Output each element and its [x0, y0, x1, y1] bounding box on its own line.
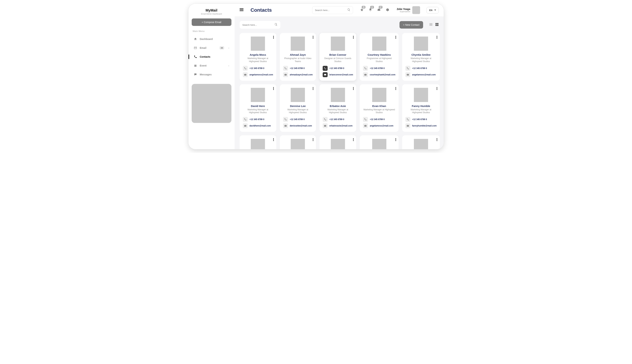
contact-email-row[interactable]: angelamoss@mail.com: [405, 72, 437, 77]
list-view-icon[interactable]: [429, 23, 433, 27]
contact-name: Ahmad Zayn: [290, 53, 306, 56]
envelope-icon: [363, 72, 368, 77]
content-search-input[interactable]: [242, 24, 274, 26]
contact-card[interactable]: [319, 135, 356, 149]
phone-icon: [283, 117, 288, 122]
contact-card[interactable]: David Here Marketing Manager at Highspee…: [240, 84, 276, 132]
settings-icon[interactable]: [386, 8, 389, 12]
grid-view-icon[interactable]: [435, 23, 439, 27]
contact-email-row[interactable]: angelamoss@mail.com: [243, 72, 273, 77]
svg-point-55: [313, 140, 313, 141]
menu-section-label: Main Menu: [192, 30, 231, 32]
card-menu-icon[interactable]: [437, 87, 437, 91]
sidebar-item-event[interactable]: Event ›: [192, 62, 231, 70]
user-profile[interactable]: Zeke Yeaga Superadmin: [397, 6, 420, 14]
user-avatar: [412, 6, 420, 14]
contact-email-row[interactable]: brianconnor@mail.com: [323, 72, 353, 77]
search-icon[interactable]: [347, 8, 350, 12]
contact-phone: +12 345 6789 0: [329, 67, 344, 70]
contact-email-row[interactable]: fannyhumble@mail.com: [405, 123, 437, 128]
contact-avatar: [414, 36, 428, 51]
contact-card[interactable]: [402, 135, 440, 149]
svg-rect-1: [240, 10, 244, 10]
contact-phone-row[interactable]: +12 345 6789 0: [405, 117, 437, 122]
notifications-icon[interactable]: 12: [369, 8, 372, 12]
card-menu-icon[interactable]: [395, 36, 396, 40]
phone-icon: [323, 66, 328, 71]
card-menu-icon[interactable]: [395, 87, 396, 91]
card-menu-icon[interactable]: [395, 138, 396, 142]
svg-point-38: [353, 87, 354, 88]
contact-phone-row[interactable]: +12 345 6789 0: [283, 117, 313, 122]
contact-card[interactable]: Brian Connor Designer at Crimzon Guards …: [319, 33, 356, 81]
inbox-icon[interactable]: 67: [377, 8, 381, 12]
svg-point-51: [273, 139, 274, 140]
contact-card[interactable]: Angela Moss Marketing Manager at Highspe…: [240, 33, 276, 81]
contact-phone-row[interactable]: +12 345 6789 0: [243, 66, 273, 71]
sidebar-item-email[interactable]: Email 38 ›: [192, 44, 231, 52]
sidebar-item-dashboard[interactable]: Dashboard: [192, 35, 231, 43]
sidebar-nav: Dashboard Email 38 › Contacts Event ›: [192, 35, 231, 78]
card-menu-icon[interactable]: [313, 87, 313, 91]
contact-card[interactable]: [240, 135, 276, 149]
card-menu-icon[interactable]: [353, 138, 354, 142]
contact-email-row[interactable]: erbatovaxie@mail.com: [323, 123, 353, 128]
contact-phone-row[interactable]: +12 345 6789 0: [243, 117, 273, 122]
contact-phone: +12 345 6789 0: [370, 118, 385, 120]
card-menu-icon[interactable]: [437, 138, 437, 142]
sidebar-item-contacts[interactable]: Contacts: [192, 53, 231, 61]
sidebar-item-messages[interactable]: Messages: [192, 70, 231, 78]
compose-button[interactable]: + Compose Email: [192, 18, 231, 26]
contact-phone-row[interactable]: +12 345 6789 0: [323, 66, 353, 71]
favorites-icon[interactable]: 38: [360, 8, 364, 12]
contact-email-row[interactable]: ahmadzayn@mail.com: [283, 72, 313, 77]
card-menu-icon[interactable]: [353, 87, 354, 91]
menu-toggle-icon[interactable]: [240, 8, 244, 12]
contact-phone-row[interactable]: +12 345 6789 0: [323, 117, 353, 122]
content-search[interactable]: [240, 21, 280, 29]
language-selector[interactable]: EN: [426, 7, 439, 14]
contact-card[interactable]: Fanny Humble Marketing Manager at Highsp…: [402, 84, 440, 132]
contact-email: davidhere@mail.com: [250, 124, 271, 127]
card-menu-icon[interactable]: [273, 87, 274, 91]
card-menu-icon[interactable]: [353, 36, 354, 40]
contact-phone: +12 345 6789 0: [290, 67, 305, 70]
card-menu-icon[interactable]: [273, 36, 274, 40]
contact-email-row[interactable]: courtneyhawk@mail.com: [363, 72, 395, 77]
contact-card[interactable]: Chyntia Smilee Marketing Manager at High…: [402, 33, 440, 81]
new-contact-button[interactable]: + New Contact: [399, 21, 423, 28]
page-title: Contacts: [251, 7, 272, 13]
contact-name: Erbatov Axie: [330, 104, 346, 108]
contact-card[interactable]: Ahmad Zayn Photographer at Audio Video T…: [280, 33, 316, 81]
svg-point-19: [353, 37, 354, 38]
contact-phone-row[interactable]: +12 345 6789 0: [405, 66, 437, 71]
contact-email-row[interactable]: denisselee@mail.com: [283, 123, 313, 128]
contact-card[interactable]: Erbatov Axie Marketing Manager at Highsp…: [319, 84, 356, 132]
contact-role: Marketing Manager at Highspeed Studios: [243, 57, 273, 63]
card-menu-icon[interactable]: [437, 36, 437, 40]
contact-email-row[interactable]: angelamoss@mail.com: [363, 123, 395, 128]
contact-card[interactable]: [360, 135, 398, 149]
contact-phone-row[interactable]: +12 345 6789 0: [363, 66, 395, 71]
card-menu-icon[interactable]: [273, 138, 274, 142]
contact-role: Programmer at Highspeed Studios: [363, 57, 395, 63]
svg-point-42: [395, 87, 396, 88]
header-search-input[interactable]: [315, 9, 347, 12]
contact-card[interactable]: Courtney Hawkins Programmer at Highspeed…: [360, 33, 398, 81]
contact-phone-row[interactable]: +12 345 6789 0: [283, 66, 313, 71]
contact-email: ahmadzayn@mail.com: [290, 74, 313, 76]
envelope-icon: [283, 72, 288, 77]
search-icon[interactable]: [274, 23, 278, 27]
contact-card[interactable]: [280, 135, 316, 149]
sidebar-item-label: Contacts: [200, 55, 211, 58]
contact-email-row[interactable]: davidhere@mail.com: [243, 123, 273, 128]
card-menu-icon[interactable]: [313, 138, 313, 142]
contact-phone-row[interactable]: +12 345 6789 0: [363, 117, 395, 122]
card-menu-icon[interactable]: [313, 36, 313, 40]
svg-point-57: [353, 139, 354, 140]
contact-card[interactable]: Evan Khan Marketing Manager at Highspeed…: [360, 84, 398, 132]
svg-rect-7: [437, 23, 438, 24]
contact-card[interactable]: Dennise Lee Marketing Manager at Highspe…: [280, 84, 316, 132]
svg-point-54: [313, 139, 313, 140]
header-search[interactable]: [312, 6, 353, 14]
